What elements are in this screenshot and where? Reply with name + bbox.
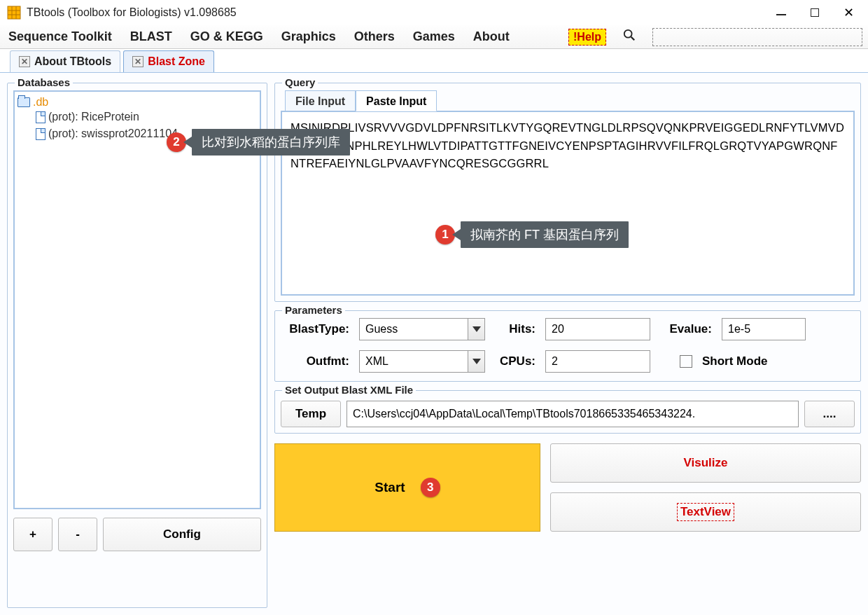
- parameters-panel: Parameters BlastType: Guess Hits: Evalue…: [274, 310, 861, 382]
- outfmt-select[interactable]: XML: [359, 350, 485, 373]
- annotation-1: 1 拟南芥的 FT 基因蛋白序列: [435, 221, 629, 248]
- svg-rect-0: [8, 6, 20, 19]
- textview-button[interactable]: TextView: [550, 492, 861, 532]
- annotation-badge-3: 3: [421, 478, 440, 497]
- file-icon: [36, 111, 46, 123]
- cpus-input[interactable]: [545, 350, 650, 373]
- output-legend: Set Output Blast XML File: [282, 384, 416, 396]
- menu-games[interactable]: Games: [410, 28, 458, 46]
- tab-blast-zone[interactable]: ✕ Blast Zone: [123, 50, 214, 72]
- document-tabs: ✕ About TBtools ✕ Blast Zone: [0, 49, 868, 73]
- file-icon: [36, 128, 46, 140]
- label-evalue: Evalue:: [660, 322, 712, 336]
- action-row: Start 3 Visulize TextView: [274, 443, 861, 532]
- close-button[interactable]: ✕: [841, 6, 855, 20]
- menu-graphics[interactable]: Graphics: [279, 28, 339, 46]
- chevron-down-icon: [468, 319, 484, 340]
- annotation-2: 2 比对到水稻的蛋白序列库: [167, 129, 350, 156]
- folder-icon: [18, 97, 30, 107]
- maximize-button[interactable]: [808, 6, 822, 20]
- menu-blast[interactable]: BLAST: [127, 28, 175, 46]
- label-outfmt: Outfmt:: [281, 354, 349, 368]
- window-title: TBtools (Toolbox for Biologists) v1.0986…: [27, 6, 237, 19]
- output-path-input[interactable]: C:\Users\ccj04\AppData\Local\Temp\TBtool…: [346, 401, 799, 427]
- annotation-callout-2: 比对到水稻的蛋白序列库: [192, 129, 350, 156]
- tab-close-icon[interactable]: ✕: [19, 56, 30, 67]
- menu-sequence-toolkit[interactable]: Sequence Toolkit: [6, 28, 115, 46]
- tab-file-input[interactable]: File Input: [285, 90, 356, 111]
- remove-db-button[interactable]: -: [58, 518, 97, 551]
- svg-line-6: [631, 37, 635, 41]
- hits-input[interactable]: [545, 318, 650, 340]
- databases-panel: Databases .db (prot): RiceProtein (prot)…: [7, 83, 267, 608]
- tab-close-icon[interactable]: ✕: [132, 56, 144, 67]
- svg-point-5: [624, 30, 632, 38]
- menu-about[interactable]: About: [470, 28, 512, 46]
- right-column: Query File Input Paste Input MSINIRDPLIV…: [274, 83, 861, 608]
- search-input[interactable]: [652, 28, 862, 46]
- query-textarea[interactable]: MSINIRDPLIVSRVVVGDVLDPFNRSITLKVTYGQREVTN…: [281, 111, 855, 296]
- parameters-legend: Parameters: [282, 304, 345, 316]
- annotation-callout-1: 拟南芥的 FT 基因蛋白序列: [461, 221, 629, 248]
- query-legend: Query: [282, 76, 318, 88]
- help-button[interactable]: !Help: [568, 29, 606, 46]
- titlebar: TBtools (Toolbox for Biologists) v1.0986…: [0, 0, 868, 25]
- window-controls: ✕: [774, 6, 861, 20]
- databases-legend: Databases: [15, 76, 73, 88]
- query-panel: Query File Input Paste Input MSINIRDPLIV…: [274, 83, 861, 302]
- output-panel: Set Output Blast XML File Temp C:\Users\…: [274, 390, 861, 434]
- temp-button[interactable]: Temp: [281, 401, 341, 427]
- menu-others[interactable]: Others: [351, 28, 398, 46]
- tab-paste-input[interactable]: Paste Input: [356, 90, 437, 111]
- sequence-text: MSINIRDPLIVSRVVVGDVLDPFNRSITLKVTYGQREVTN…: [290, 119, 845, 173]
- browse-button[interactable]: ....: [804, 401, 855, 427]
- tree-item-riceprotein[interactable]: (prot): RiceProtein: [36, 109, 257, 125]
- label-blasttype: BlastType:: [281, 322, 349, 336]
- menubar: Sequence Toolkit BLAST GO & KEGG Graphic…: [0, 25, 868, 49]
- main-area: Databases .db (prot): RiceProtein (prot)…: [0, 73, 868, 615]
- config-db-button[interactable]: Config: [103, 518, 261, 551]
- app-icon: [7, 6, 21, 20]
- add-db-button[interactable]: +: [13, 518, 52, 551]
- label-shortmode: Short Mode: [702, 354, 768, 368]
- search-icon[interactable]: [623, 29, 636, 45]
- label-cpus: CPUs:: [495, 354, 536, 368]
- tab-about-tbtools[interactable]: ✕ About TBtools: [10, 50, 120, 72]
- evalue-input[interactable]: [722, 318, 806, 340]
- shortmode-checkbox[interactable]: [680, 355, 692, 368]
- label-hits: Hits:: [495, 322, 536, 336]
- minimize-button[interactable]: [774, 6, 788, 20]
- blasttype-select[interactable]: Guess: [359, 318, 485, 340]
- chevron-down-icon: [468, 351, 484, 372]
- start-button[interactable]: Start 3: [274, 443, 540, 532]
- tree-root[interactable]: .db: [18, 96, 257, 109]
- menu-go-kegg[interactable]: GO & KEGG: [188, 28, 266, 46]
- visualize-button[interactable]: Visulize: [550, 443, 861, 483]
